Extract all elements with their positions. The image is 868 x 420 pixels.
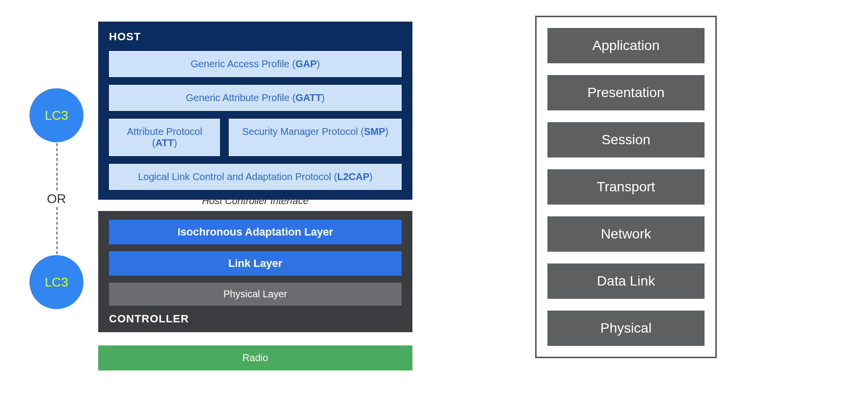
smp-post: ): [385, 126, 389, 137]
diagram-root: LC3 OR LC3 HOST Generic Access Profile (…: [0, 0, 868, 420]
osi-layer-presentation: Presentation: [547, 75, 705, 110]
radio-block: Radio: [98, 345, 412, 370]
smp-pre: Security Manager Protocol (: [242, 126, 364, 137]
host-l2cap-row: Logical Link Control and Adaptation Prot…: [109, 164, 402, 190]
lc3-codec-bottom-circle: LC3: [29, 255, 83, 309]
att-post: ): [174, 137, 177, 148]
controller-link-row: Link Layer: [109, 251, 402, 276]
smp-bold: SMP: [364, 126, 385, 137]
gatt-pre: Generic Attribute Profile (: [186, 92, 295, 103]
or-label: OR: [29, 191, 83, 207]
host-block: HOST Generic Access Profile (GAP) Generi…: [98, 22, 412, 200]
dashed-connector-bottom: [56, 207, 57, 254]
host-att-cell: Attribute Protocol (ATT): [109, 119, 220, 156]
osi-layer-transport: Transport: [547, 169, 705, 205]
osi-layer-network: Network: [547, 216, 705, 252]
l2cap-pre: Logical Link Control and Adaptation Prot…: [138, 171, 337, 182]
gap-post: ): [317, 58, 320, 69]
lc3-label-top: LC3: [45, 108, 68, 123]
l2cap-post: ): [369, 171, 373, 182]
osi-layer-application: Application: [547, 28, 705, 63]
host-gap-row: Generic Access Profile (GAP): [109, 51, 402, 77]
att-bold: ATT: [156, 137, 174, 148]
host-title: HOST: [109, 30, 402, 43]
controller-ial-row: Isochronous Adaptation Layer: [109, 220, 402, 244]
l2cap-bold: L2CAP: [337, 171, 370, 182]
gatt-bold: GATT: [296, 92, 322, 103]
lc3-label-bottom: LC3: [45, 275, 68, 290]
host-att-smp-row: Attribute Protocol (ATT) Security Manage…: [109, 119, 402, 156]
osi-frame: Application Presentation Session Transpo…: [535, 16, 717, 358]
gap-pre: Generic Access Profile (: [190, 58, 295, 69]
gap-bold: GAP: [296, 58, 317, 69]
controller-block: Isochronous Adaptation Layer Link Layer …: [98, 211, 412, 332]
host-gatt-row: Generic Attribute Profile (GATT): [109, 85, 402, 111]
osi-layer-data-link: Data Link: [547, 263, 705, 299]
lc3-codec-top-circle: LC3: [29, 88, 83, 142]
dashed-connector-top: [56, 143, 57, 190]
host-smp-cell: Security Manager Protocol (SMP): [229, 119, 402, 156]
hci-label: Host Controller Interface: [98, 195, 412, 207]
osi-layer-physical: Physical: [547, 311, 705, 346]
gatt-post: ): [322, 92, 325, 103]
controller-title: CONTROLLER: [109, 313, 402, 325]
controller-phy-row: Physical Layer: [109, 283, 402, 306]
osi-layer-session: Session: [547, 122, 705, 158]
